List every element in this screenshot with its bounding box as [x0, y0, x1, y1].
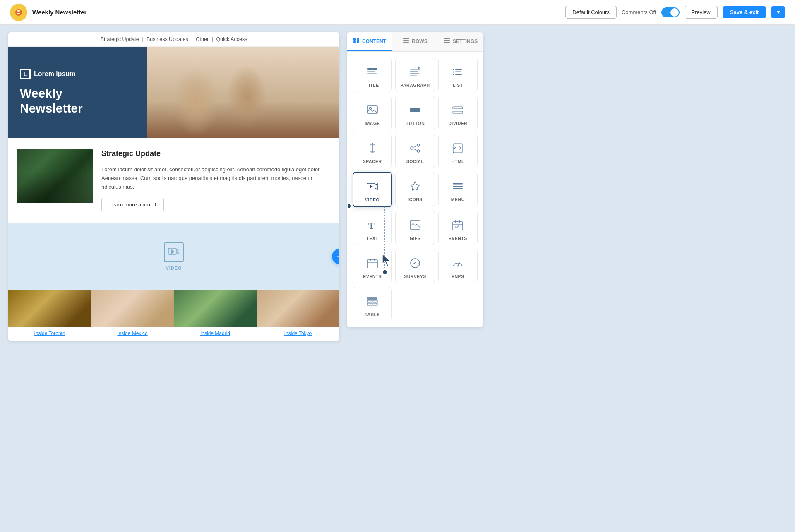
svg-rect-11: [403, 40, 409, 41]
grid-caption-3: Inside Madrid: [174, 327, 257, 341]
tab-content[interactable]: CONTENT: [347, 32, 392, 51]
html-icon: [450, 141, 465, 156]
nav-link-quickaccess[interactable]: Quick Access: [216, 36, 247, 42]
enps-label: ENPS: [452, 274, 464, 279]
events2-icon: [365, 256, 380, 271]
svg-rect-36: [453, 107, 463, 109]
email-grid: Inside Toronto Inside Mexico Inside Madr…: [8, 290, 339, 341]
table-icon: [365, 294, 380, 309]
hero-logo-text: Lorem ipsum: [34, 70, 75, 78]
content-item-video[interactable]: VIDEO: [353, 172, 392, 207]
svg-rect-57: [367, 260, 377, 268]
svg-text:¶: ¶: [418, 67, 420, 72]
nav-sep-3: |: [212, 36, 213, 42]
svg-rect-37: [453, 111, 463, 113]
main-layout: Strategic Update | Business Updates | Ot…: [0, 25, 795, 532]
content-item-events[interactable]: EVENTS: [438, 211, 478, 245]
title-icon: [365, 65, 380, 79]
hero-title-line1: Weekly: [20, 86, 62, 100]
nav-link-other[interactable]: Other: [196, 36, 209, 42]
content-item-surveys[interactable]: SURVEYS: [395, 249, 435, 283]
content-item-social[interactable]: SOCIAL: [395, 134, 435, 168]
add-content-button[interactable]: +: [332, 249, 339, 264]
grid-image-3: [174, 290, 257, 327]
grid-image-1: [8, 290, 91, 327]
svg-rect-7: [357, 38, 359, 41]
svg-rect-53: [453, 222, 463, 230]
content-item-divider[interactable]: DIVIDER: [438, 96, 478, 130]
svg-rect-49: [453, 186, 463, 187]
svg-point-41: [417, 144, 420, 146]
save-exit-button[interactable]: Save & exit: [723, 6, 766, 18]
grid-link-1[interactable]: Inside Toronto: [34, 331, 65, 336]
default-colours-button[interactable]: Default Colours: [565, 6, 617, 19]
svg-rect-10: [403, 38, 409, 39]
paragraph-label: PARAGRAPH: [400, 83, 430, 88]
tab-rows[interactable]: ROWS: [392, 32, 438, 51]
grid-item-1: Inside Toronto: [8, 290, 91, 341]
grid-link-3[interactable]: Inside Madrid: [200, 331, 230, 336]
grid-link-2[interactable]: Inside Mexico: [117, 331, 147, 336]
email-video-block: VIDEO +: [8, 223, 339, 290]
preview-button[interactable]: Preview: [685, 6, 718, 19]
html-label: HTML: [452, 159, 464, 164]
content-item-spacer[interactable]: SPACER: [353, 134, 392, 168]
svg-text:-: -: [453, 266, 454, 269]
svg-rect-68: [367, 300, 372, 302]
svg-rect-23: [410, 71, 418, 72]
video-content-icon: [365, 179, 380, 194]
article-content: Strategic Update Lorem ipsum dolor sit a…: [101, 149, 331, 211]
hero-text-block: L Lorem ipsum Weekly Newsletter: [8, 47, 147, 138]
svg-rect-15: [444, 42, 450, 43]
svg-rect-67: [367, 297, 377, 300]
learn-more-button[interactable]: Learn more about It: [101, 198, 164, 211]
grid-link-4[interactable]: Inside Tokyo: [284, 331, 312, 336]
tab-settings[interactable]: SETTINGS: [438, 32, 483, 51]
content-item-paragraph[interactable]: ¶ PARAGRAPH: [395, 58, 435, 92]
menu-label: MENU: [451, 197, 465, 202]
right-panel: CONTENT ROWS: [347, 32, 483, 327]
content-item-image[interactable]: IMAGE: [353, 96, 392, 130]
article-title: Strategic Update: [101, 149, 331, 158]
content-item-list[interactable]: LIST: [438, 58, 478, 92]
svg-rect-9: [357, 41, 359, 43]
svg-rect-8: [353, 41, 356, 43]
content-item-gifs[interactable]: GIFS: [395, 211, 435, 245]
svg-rect-33: [367, 106, 377, 113]
save-exit-caret[interactable]: ▼: [771, 6, 785, 18]
svg-marker-47: [411, 182, 420, 190]
icons-label: ICONS: [408, 197, 423, 202]
comments-toggle[interactable]: [661, 7, 680, 17]
grid-caption-4: Inside Tokyo: [257, 327, 339, 341]
content-item-table[interactable]: TABLE: [353, 287, 392, 321]
nav-link-business[interactable]: Business Updates: [147, 36, 188, 42]
nav-link-strategic[interactable]: Strategic Update: [101, 36, 139, 42]
svg-rect-6: [353, 38, 356, 41]
content-item-title[interactable]: TITLE: [353, 58, 392, 92]
content-item-text[interactable]: T TEXT: [353, 211, 392, 245]
divider-icon: [450, 103, 465, 117]
tab-settings-label: SETTINGS: [453, 38, 478, 44]
svg-rect-30: [455, 72, 461, 73]
video-placeholder-icon: [164, 242, 184, 262]
content-tab-icon: [353, 37, 360, 45]
events-label: EVENTS: [449, 236, 467, 241]
email-article: Strategic Update Lorem ipsum dolor sit a…: [8, 138, 339, 223]
image-label: IMAGE: [365, 121, 380, 126]
rows-tab-icon: [403, 37, 409, 45]
article-title-underline: [101, 161, 118, 161]
list-label: LIST: [453, 83, 463, 88]
events-icon: [450, 218, 465, 232]
content-item-html[interactable]: HTML: [438, 134, 478, 168]
svg-rect-69: [373, 300, 377, 302]
video-content-label: VIDEO: [365, 197, 379, 202]
svg-rect-35: [410, 108, 420, 112]
svg-point-2: [17, 10, 20, 12]
content-item-button[interactable]: BUTTON: [395, 96, 435, 130]
content-item-events2[interactable]: EVENTS: [353, 249, 392, 283]
content-item-menu[interactable]: MENU: [438, 172, 478, 207]
svg-point-31: [453, 74, 454, 75]
svg-rect-28: [455, 69, 462, 70]
content-item-enps[interactable]: - 0 + ENPS: [438, 249, 478, 283]
content-item-icons[interactable]: ICONS: [395, 172, 435, 207]
